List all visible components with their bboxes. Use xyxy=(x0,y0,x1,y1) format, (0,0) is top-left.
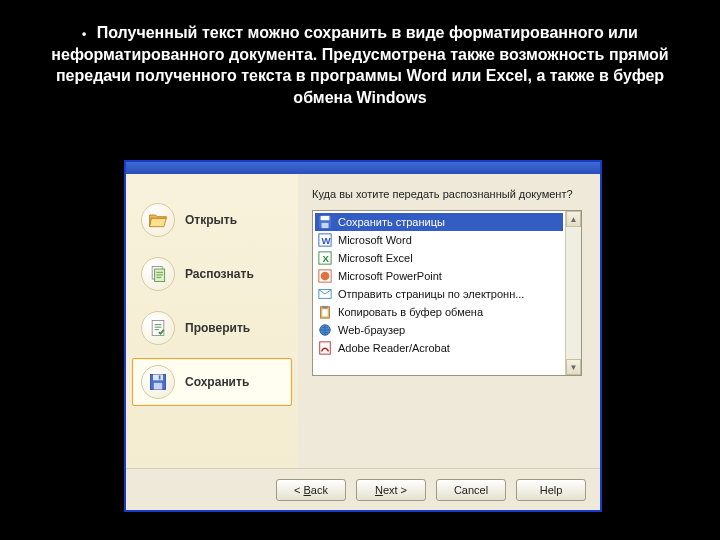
help-button[interactable]: Help xyxy=(516,479,586,501)
option-save-pages[interactable]: Сохранить страницы xyxy=(315,213,563,231)
option-powerpoint[interactable]: Microsoft PowerPoint xyxy=(315,267,563,285)
svg-rect-2 xyxy=(152,321,164,336)
ppt-icon xyxy=(318,269,332,283)
option-browser[interactable]: Web-браузер xyxy=(315,321,563,339)
svg-rect-6 xyxy=(159,375,161,379)
option-label: Microsoft PowerPoint xyxy=(338,270,442,282)
wizard-main-panel: Куда вы хотите передать распознанный док… xyxy=(298,174,600,468)
svg-rect-4 xyxy=(153,375,163,381)
wizard-dialog: Открыть Распознать Проверить Сохранить xyxy=(124,160,602,512)
titlebar xyxy=(126,162,600,174)
sidebar-item-label: Проверить xyxy=(185,321,250,335)
sidebar-item-recognize[interactable]: Распознать xyxy=(132,250,292,298)
word-icon: W xyxy=(318,233,332,247)
svg-text:W: W xyxy=(322,235,332,246)
option-label: Microsoft Word xyxy=(338,234,412,246)
globe-icon xyxy=(318,323,332,337)
option-label: Сохранить страницы xyxy=(338,216,445,228)
check-page-icon xyxy=(141,311,175,345)
option-label: Microsoft Excel xyxy=(338,252,413,264)
slide-caption: • Полученный текст можно сохранить в вид… xyxy=(0,0,720,116)
option-email[interactable]: Отправить страницы по электронн... xyxy=(315,285,563,303)
svg-rect-9 xyxy=(322,223,329,228)
listbox-scrollbar[interactable]: ▲ ▼ xyxy=(565,211,581,375)
sidebar-item-label: Открыть xyxy=(185,213,237,227)
sidebar-item-save[interactable]: Сохранить xyxy=(132,358,292,406)
next-button[interactable]: Next > xyxy=(356,479,426,501)
sidebar-item-label: Распознать xyxy=(185,267,254,281)
option-clipboard[interactable]: Копировать в буфер обмена xyxy=(315,303,563,321)
pages-icon xyxy=(141,257,175,291)
option-label: Копировать в буфер обмена xyxy=(338,306,483,318)
option-adobe[interactable]: Adobe Reader/Acrobat xyxy=(315,339,563,357)
svg-rect-5 xyxy=(154,383,162,390)
panel-question: Куда вы хотите передать распознанный док… xyxy=(312,188,582,200)
cancel-button[interactable]: Cancel xyxy=(436,479,506,501)
svg-rect-8 xyxy=(321,216,330,220)
option-label: Adobe Reader/Acrobat xyxy=(338,342,450,354)
pdf-icon xyxy=(318,341,332,355)
slide-text: Полученный текст можно сохранить в виде … xyxy=(51,24,668,106)
option-word[interactable]: W Microsoft Word xyxy=(315,231,563,249)
wizard-sidebar: Открыть Распознать Проверить Сохранить xyxy=(126,174,298,468)
option-excel[interactable]: X Microsoft Excel xyxy=(315,249,563,267)
dialog-body: Открыть Распознать Проверить Сохранить xyxy=(126,174,600,468)
svg-rect-18 xyxy=(322,306,327,309)
floppy-icon xyxy=(318,215,332,229)
excel-icon: X xyxy=(318,251,332,265)
svg-point-15 xyxy=(321,272,330,281)
list-items: Сохранить страницы W Microsoft Word X Mi… xyxy=(313,211,565,375)
svg-text:X: X xyxy=(322,253,329,264)
scroll-up-button[interactable]: ▲ xyxy=(566,211,581,227)
destination-listbox[interactable]: Сохранить страницы W Microsoft Word X Mi… xyxy=(312,210,582,376)
sidebar-item-label: Сохранить xyxy=(185,375,249,389)
sidebar-item-open[interactable]: Открыть xyxy=(132,196,292,244)
sidebar-item-check[interactable]: Проверить xyxy=(132,304,292,352)
back-button[interactable]: < Back xyxy=(276,479,346,501)
floppy-icon xyxy=(141,365,175,399)
svg-rect-19 xyxy=(322,309,327,316)
mail-icon xyxy=(318,287,332,301)
option-label: Отправить страницы по электронн... xyxy=(338,288,524,300)
scroll-down-button[interactable]: ▼ xyxy=(566,359,581,375)
wizard-button-row: < Back Next > Cancel Help xyxy=(126,468,600,510)
clipboard-icon xyxy=(318,305,332,319)
option-label: Web-браузер xyxy=(338,324,405,336)
folder-open-icon xyxy=(141,203,175,237)
bullet-icon: • xyxy=(82,27,86,41)
